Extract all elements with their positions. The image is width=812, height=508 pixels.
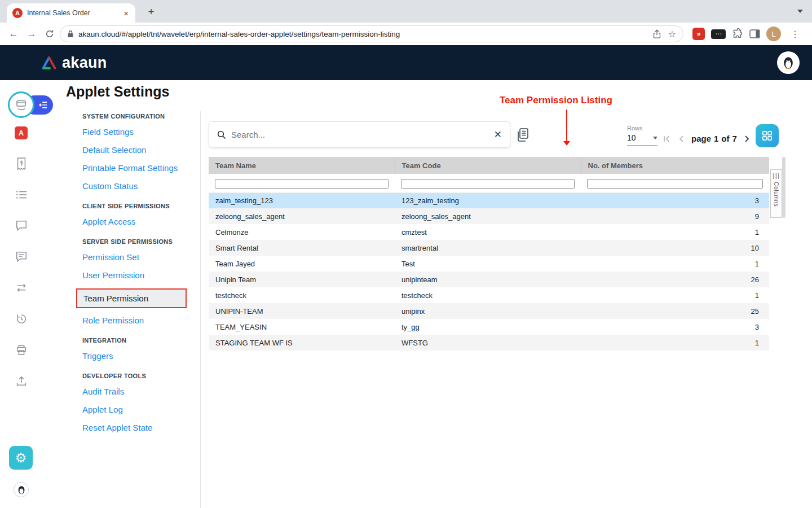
cell-members: 26 xyxy=(581,271,769,287)
rows-per-page-select[interactable]: 10 xyxy=(627,133,657,146)
view-options-button[interactable] xyxy=(756,124,779,147)
history-icon[interactable] xyxy=(14,312,29,326)
forward-icon[interactable]: → xyxy=(24,26,39,42)
table-row[interactable]: zeloong_sales_agentzeloong_sales_agent9 xyxy=(209,208,769,224)
filter-input-team-name[interactable] xyxy=(215,179,389,189)
table-row[interactable]: Celmonzecmztest1 xyxy=(209,224,769,240)
pagination: page 1 of 7 xyxy=(663,134,766,143)
table-row[interactable]: Unipin Teamunipinteam26 xyxy=(209,271,769,287)
search-icon xyxy=(217,130,226,139)
previous-page-button[interactable] xyxy=(678,135,684,143)
sidebar-item-printable-format-settings[interactable]: Printable Format Settings xyxy=(82,163,204,173)
sidebar-item-applet-access[interactable]: Applet Access xyxy=(82,217,204,226)
cell-code: 123_zaim_testing xyxy=(395,192,581,208)
cell-members: 10 xyxy=(581,240,769,256)
nav-section: SERVER SIDE PERMISSIONSPermission SetUse… xyxy=(82,238,204,325)
table-row[interactable]: Team JayedTest1 xyxy=(209,256,769,271)
sidebar-item-audit-trails[interactable]: Audit Trails xyxy=(82,387,204,396)
sidebar-item-custom-status[interactable]: Custom Status xyxy=(82,181,204,191)
sidebar-item-permission-set[interactable]: Permission Set xyxy=(82,252,204,262)
tab-search-caret-icon[interactable] xyxy=(797,10,803,13)
first-page-button[interactable] xyxy=(663,135,671,143)
nav-section-header: DEVELOPER TOOLS xyxy=(82,373,204,379)
feedback-icon[interactable] xyxy=(14,249,29,264)
table-header-row: Team Name Team Code No. of Members xyxy=(209,157,769,174)
table-body: zaim_testing_123123_zaim_testing3zeloong… xyxy=(209,192,769,351)
lock-icon xyxy=(67,30,74,38)
table-row[interactable]: STAGING TEAM WF ISWFSTG1 xyxy=(209,335,769,351)
copy-listing-icon[interactable] xyxy=(516,128,529,144)
table-row[interactable]: UNIPIN-TEAMunipinx25 xyxy=(209,303,769,319)
side-panel-icon[interactable] xyxy=(749,29,760,38)
tab-close-icon[interactable]: × xyxy=(122,8,130,18)
sidebar-item-default-selection[interactable]: Default Selection xyxy=(82,145,204,155)
column-header-team-name[interactable]: Team Name xyxy=(209,157,395,174)
puzzle-extensions-icon[interactable] xyxy=(732,28,743,40)
cell-name: zeloong_sales_agent xyxy=(209,208,395,224)
red-extension-icon[interactable]: » xyxy=(692,28,705,40)
applet-settings-page: Applet Settings SYSTEM CONFIGURATIONFiel… xyxy=(42,80,812,508)
cell-name: zaim_testing_123 xyxy=(209,192,395,208)
columns-panel-tab[interactable]: Columns xyxy=(770,169,782,218)
chat-icon[interactable] xyxy=(14,218,29,233)
table-row[interactable]: TEAM_YEASINty_gg3 xyxy=(209,319,769,335)
sidebar-item-applet-log[interactable]: Applet Log xyxy=(82,405,204,414)
rows-per-page-label: Rows xyxy=(627,125,643,132)
sidebar-item-triggers[interactable]: Triggers xyxy=(82,351,204,361)
browser-tab[interactable]: A Internal Sales Order × xyxy=(7,3,135,23)
dark-extension-icon[interactable]: ⋯ xyxy=(711,29,726,39)
cell-members: 25 xyxy=(581,303,769,319)
upload-icon[interactable] xyxy=(14,374,29,388)
back-icon[interactable]: ← xyxy=(6,26,21,42)
indent-menu-icon xyxy=(38,100,48,110)
page-label: page xyxy=(691,134,711,143)
column-header-team-code[interactable]: Team Code xyxy=(395,157,581,174)
user-avatar[interactable] xyxy=(777,51,800,74)
assistant-penguin-button[interactable] xyxy=(14,482,29,497)
cell-code: smartrental xyxy=(395,240,581,256)
new-tab-button[interactable]: + xyxy=(144,5,158,19)
akaun-logo[interactable]: akaun xyxy=(41,54,107,72)
table-row[interactable]: testchecktestcheck1 xyxy=(209,287,769,303)
logo-wordmark: akaun xyxy=(62,54,107,72)
page-total: 7 xyxy=(732,134,737,143)
print-icon[interactable] xyxy=(14,343,29,357)
cell-code: ty_gg xyxy=(395,319,581,335)
pdf-export-icon[interactable]: A xyxy=(14,125,29,140)
cell-name: STAGING TEAM WF IS xyxy=(209,335,395,351)
table-row[interactable]: Smart Rentalsmartrental10 xyxy=(209,240,769,256)
sidebar-item-user-permission[interactable]: User Permission xyxy=(82,270,204,280)
share-icon[interactable] xyxy=(652,29,661,39)
reload-icon[interactable] xyxy=(42,26,58,42)
sidebar-item-field-settings[interactable]: Field Settings xyxy=(82,127,204,137)
list-icon[interactable] xyxy=(14,187,29,202)
sidebar-item-team-permission[interactable]: Team Permission xyxy=(76,288,187,308)
quick-action-button[interactable] xyxy=(8,91,34,118)
filter-input-team-code[interactable] xyxy=(401,179,575,189)
filter-input-members[interactable] xyxy=(587,179,763,189)
search-input[interactable] xyxy=(231,130,489,139)
settings-gear-button[interactable]: ⚙ xyxy=(9,446,33,470)
browser-profile-avatar[interactable]: L xyxy=(766,27,781,41)
search-clear-icon[interactable]: ✕ xyxy=(494,129,502,141)
sidebar-item-role-permission[interactable]: Role Permission xyxy=(82,316,204,325)
invoice-icon[interactable] xyxy=(14,156,29,171)
browser-toolbar: ← → akaun.cloud/#/applet/tnt/wavelet/erp… xyxy=(0,23,812,45)
transfer-icon[interactable] xyxy=(14,281,29,295)
url-text[interactable]: akaun.cloud/#/applet/tnt/wavelet/erp/int… xyxy=(78,30,648,38)
penguin-small-icon xyxy=(16,485,27,495)
address-bar[interactable]: akaun.cloud/#/applet/tnt/wavelet/erp/int… xyxy=(60,25,683,42)
browser-menu-icon[interactable]: ⋮ xyxy=(787,29,803,40)
cell-code: Test xyxy=(395,256,581,271)
sidebar-item-reset-applet-state[interactable]: Reset Applet State xyxy=(82,423,204,432)
nav-section-header: SERVER SIDE PERMISSIONS xyxy=(82,238,204,245)
cell-members: 1 xyxy=(581,287,769,303)
scrollbar-thumb[interactable] xyxy=(782,157,785,218)
cell-code: WFSTG xyxy=(395,335,581,351)
table-row[interactable]: zaim_testing_123123_zaim_testing3 xyxy=(209,192,769,208)
column-header-members[interactable]: No. of Members xyxy=(581,157,769,174)
cell-name: Celmonze xyxy=(209,224,395,240)
drag-grip-icon xyxy=(773,173,779,179)
next-page-button[interactable] xyxy=(744,135,750,143)
bookmark-star-icon[interactable]: ☆ xyxy=(668,29,676,40)
